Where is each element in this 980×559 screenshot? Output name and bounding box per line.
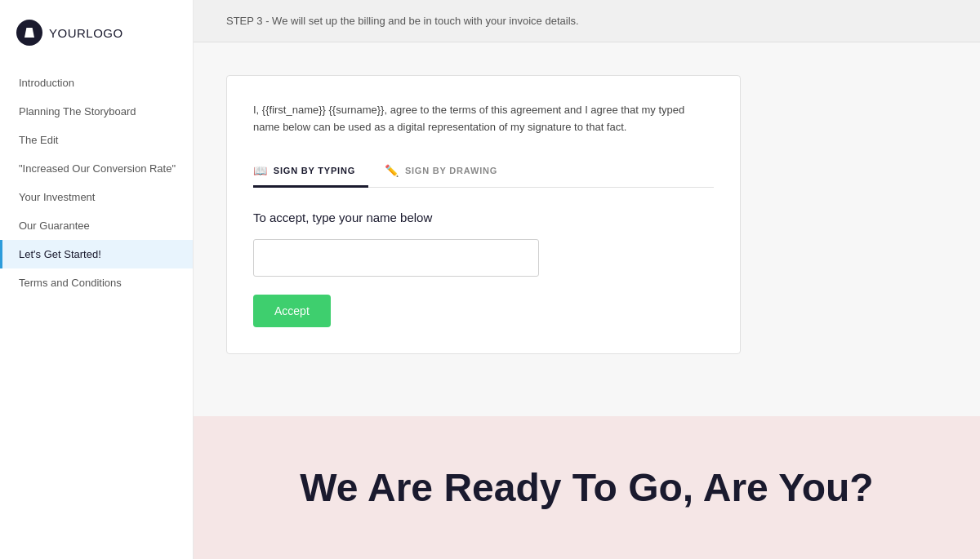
logo-icon-shape xyxy=(24,28,34,38)
top-banner-text: STEP 3 - We will set up the billing and … xyxy=(226,15,947,27)
logo-light: LOGO xyxy=(86,26,122,40)
accept-button[interactable]: Accept xyxy=(253,295,331,327)
logo-text: YOURLOGO xyxy=(49,26,123,40)
signature-card: I, {{first_name}} {{surname}}, agree to … xyxy=(226,75,741,354)
tab-sign-by-drawing[interactable]: ✏️ SIGN BY DRAWING xyxy=(385,156,510,188)
cta-section: We Are Ready To Go, Are You? xyxy=(194,416,980,559)
logo: YOURLOGO xyxy=(0,0,193,69)
type-prompt-label: To accept, type your name below xyxy=(253,211,714,224)
sidebar-item-introduction[interactable]: Introduction xyxy=(0,69,193,97)
pen-icon: ✏️ xyxy=(385,164,399,177)
main-content: STEP 3 - We will set up the billing and … xyxy=(194,0,980,559)
sign-tabs: 📖 SIGN BY TYPING ✏️ SIGN BY DRAWING xyxy=(253,156,714,188)
book-icon: 📖 xyxy=(253,164,268,177)
sidebar: YOURLOGO Introduction Planning The Story… xyxy=(0,0,194,559)
logo-bold: YOUR xyxy=(49,26,86,40)
top-banner: STEP 3 - We will set up the billing and … xyxy=(194,0,980,42)
signature-section: I, {{first_name}} {{surname}}, agree to … xyxy=(194,42,980,416)
sidebar-item-your-investment[interactable]: Your Investment xyxy=(0,183,193,211)
sidebar-nav: Introduction Planning The Storyboard The… xyxy=(0,69,193,297)
tab-sign-by-drawing-label: SIGN BY DRAWING xyxy=(405,166,497,175)
sidebar-item-increased-conversion[interactable]: "Increased Our Conversion Rate" xyxy=(0,154,193,183)
sidebar-item-the-edit[interactable]: The Edit xyxy=(0,126,193,154)
logo-icon xyxy=(16,20,42,46)
sidebar-item-terms-conditions[interactable]: Terms and Conditions xyxy=(0,268,193,297)
agreement-text: I, {{first_name}} {{surname}}, agree to … xyxy=(253,102,714,136)
sidebar-item-lets-get-started[interactable]: Let's Get Started! xyxy=(0,240,193,268)
sidebar-item-planning-storyboard[interactable]: Planning The Storyboard xyxy=(0,97,193,126)
tab-sign-by-typing-label: SIGN BY TYPING xyxy=(274,166,355,175)
tab-sign-by-typing[interactable]: 📖 SIGN BY TYPING xyxy=(253,156,368,188)
name-input[interactable] xyxy=(253,239,539,277)
sidebar-item-our-guarantee[interactable]: Our Guarantee xyxy=(0,211,193,240)
cta-heading: We Are Ready To Go, Are You? xyxy=(300,465,873,510)
